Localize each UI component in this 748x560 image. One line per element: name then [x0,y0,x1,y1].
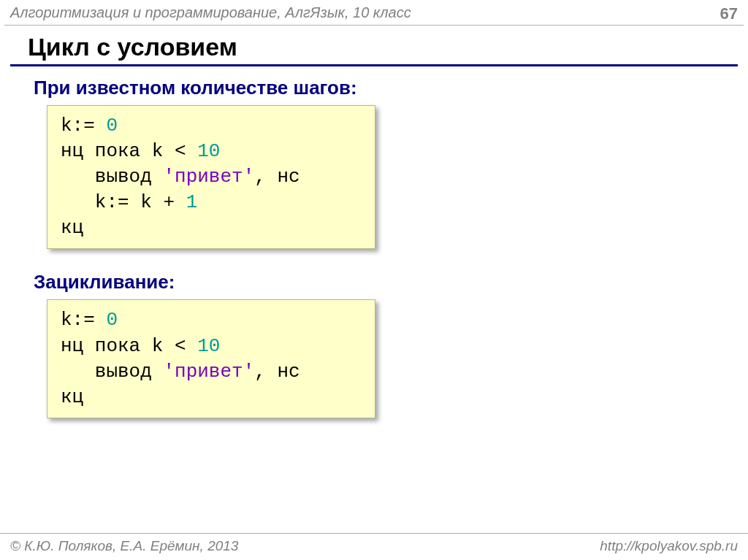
header-divider [4,25,744,26]
section-label-known-steps: При известном количестве шагов: [34,77,748,99]
header-bar: Алгоритмизация и программирование, АлгЯз… [0,0,748,25]
footer-bar: © К.Ю. Поляков, Е.А. Ерёмин, 2013 http:/… [0,533,748,560]
footer-url: http://kpolyakov.spb.ru [600,538,738,554]
page-number: 67 [720,4,738,23]
code-block-1: k:= 0 нц пока k < 10 вывод 'привет', нс … [61,113,362,241]
course-title: Алгоритмизация и программирование, АлгЯз… [10,4,411,21]
title-underline [10,64,738,66]
section-label-infinite-loop: Зацикливание: [34,271,748,294]
code-box-known-steps: k:= 0 нц пока k < 10 вывод 'привет', нс … [47,105,375,249]
footer-copyright: © К.Ю. Поляков, Е.А. Ерёмин, 2013 [10,538,238,554]
code-block-2: k:= 0 нц пока k < 10 вывод 'привет', нс … [61,307,362,410]
code-box-infinite-loop: k:= 0 нц пока k < 10 вывод 'привет', нс … [47,299,375,418]
slide-title: Цикл с условием [0,28,748,64]
